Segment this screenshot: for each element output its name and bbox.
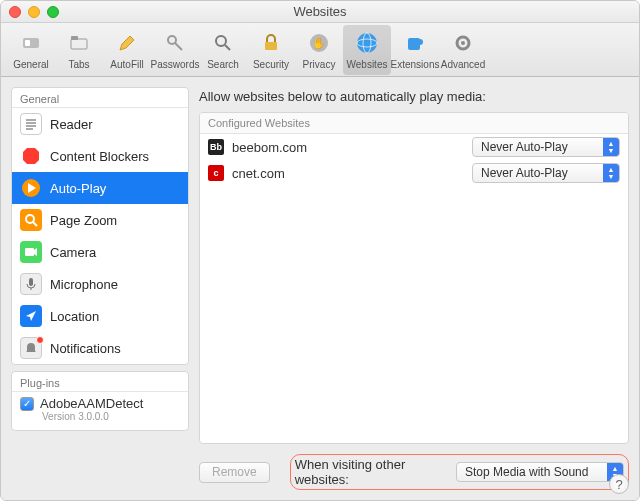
website-list: Bb beebom.com Never Auto-Play ▲▼ c cnet.…: [200, 134, 628, 443]
svg-rect-1: [25, 40, 30, 46]
globe-icon: [353, 29, 381, 57]
bottom-bar: Remove When visiting other websites: Sto…: [199, 454, 629, 490]
sidebar-item-content-blockers[interactable]: Content Blockers: [12, 140, 188, 172]
sidebar-group-title: Plug-ins: [12, 372, 188, 392]
sidebar-item-microphone[interactable]: Microphone: [12, 268, 188, 300]
svg-line-27: [33, 222, 37, 226]
svg-text:✋: ✋: [312, 36, 326, 50]
svg-rect-30: [29, 278, 33, 286]
minimize-window-button[interactable]: [28, 6, 40, 18]
tab-privacy[interactable]: ✋ Privacy: [295, 25, 343, 75]
plugin-enabled-checkbox[interactable]: ✓: [20, 397, 34, 411]
svg-marker-29: [34, 248, 37, 256]
chevron-updown-icon: ▲▼: [603, 138, 619, 156]
autoplay-setting-select[interactable]: Never Auto-Play ▲▼: [472, 137, 620, 157]
svg-point-7: [216, 36, 226, 46]
chevron-updown-icon: ▲▼: [603, 164, 619, 182]
website-domain: cnet.com: [232, 166, 464, 181]
reader-icon: [20, 113, 42, 135]
play-icon: [20, 177, 42, 199]
sidebar-group-plugins: Plug-ins ✓ AdobeAAMDetect Version 3.0.0.…: [11, 371, 189, 431]
highlighted-option: When visiting other websites: Stop Media…: [290, 454, 629, 490]
svg-rect-9: [265, 42, 277, 50]
search-icon: [209, 29, 237, 57]
svg-marker-23: [23, 148, 39, 164]
other-websites-label: When visiting other websites:: [295, 457, 450, 487]
sidebar-item-notifications[interactable]: Notifications: [12, 332, 188, 364]
svg-marker-4: [120, 36, 134, 50]
box-header: Configured Websites: [200, 113, 628, 134]
other-websites-select[interactable]: Stop Media with Sound ▲▼: [456, 462, 624, 482]
plugin-label: AdobeAAMDetect: [40, 396, 143, 411]
sidebar-item-reader[interactable]: Reader: [12, 108, 188, 140]
remove-button[interactable]: Remove: [199, 462, 270, 483]
plugin-version: Version 3.0.0.0: [20, 411, 180, 422]
preferences-toolbar: General Tabs AutoFill Passwords Search S…: [1, 23, 639, 77]
svg-rect-3: [71, 36, 78, 40]
sidebar-item-auto-play[interactable]: Auto-Play: [12, 172, 188, 204]
hand-icon: ✋: [305, 29, 333, 57]
lock-icon: [257, 29, 285, 57]
table-row[interactable]: Bb beebom.com Never Auto-Play ▲▼: [200, 134, 628, 160]
tab-websites[interactable]: Websites: [343, 25, 391, 75]
sidebar-group-general: General Reader Content Blockers Auto-Pla…: [11, 87, 189, 365]
zoom-icon: [20, 209, 42, 231]
tab-general[interactable]: General: [7, 25, 55, 75]
content-area: General Reader Content Blockers Auto-Pla…: [1, 77, 639, 500]
notification-badge: [36, 336, 44, 344]
svg-point-26: [26, 215, 34, 223]
window-title: Websites: [1, 4, 639, 19]
microphone-icon: [20, 273, 42, 295]
svg-point-18: [461, 41, 465, 45]
preferences-window: Websites General Tabs AutoFill Passwords…: [0, 0, 640, 501]
svg-line-8: [225, 45, 230, 50]
autoplay-setting-select[interactable]: Never Auto-Play ▲▼: [472, 163, 620, 183]
sidebar-item-page-zoom[interactable]: Page Zoom: [12, 204, 188, 236]
instruction-text: Allow websites below to automatically pl…: [199, 89, 629, 104]
puzzle-icon: [401, 29, 429, 57]
switch-icon: [17, 29, 45, 57]
tab-autofill[interactable]: AutoFill: [103, 25, 151, 75]
camera-icon: [20, 241, 42, 263]
tab-advanced[interactable]: Advanced: [439, 25, 487, 75]
pencil-icon: [113, 29, 141, 57]
titlebar: Websites: [1, 1, 639, 23]
svg-point-16: [417, 39, 423, 45]
website-domain: beebom.com: [232, 140, 464, 155]
sidebar-group-title: General: [12, 88, 188, 108]
tab-tabs[interactable]: Tabs: [55, 25, 103, 75]
tabs-icon: [65, 29, 93, 57]
tab-security[interactable]: Security: [247, 25, 295, 75]
svg-line-6: [175, 43, 182, 50]
help-button[interactable]: ?: [609, 474, 629, 494]
window-controls: [9, 6, 59, 18]
svg-marker-32: [26, 311, 36, 321]
key-icon: [161, 29, 189, 57]
svg-rect-28: [25, 248, 34, 256]
sidebar-item-camera[interactable]: Camera: [12, 236, 188, 268]
tab-search[interactable]: Search: [199, 25, 247, 75]
plugin-item[interactable]: ✓ AdobeAAMDetect Version 3.0.0.0: [12, 392, 188, 430]
svg-point-12: [357, 33, 377, 53]
sidebar: General Reader Content Blockers Auto-Pla…: [11, 87, 189, 490]
sidebar-item-location[interactable]: Location: [12, 300, 188, 332]
configured-websites-box: Configured Websites Bb beebom.com Never …: [199, 112, 629, 444]
favicon-icon: Bb: [208, 139, 224, 155]
main-panel: Allow websites below to automatically pl…: [199, 87, 629, 490]
zoom-window-button[interactable]: [47, 6, 59, 18]
svg-point-5: [168, 36, 176, 44]
close-window-button[interactable]: [9, 6, 21, 18]
table-row[interactable]: c cnet.com Never Auto-Play ▲▼: [200, 160, 628, 186]
stop-icon: [20, 145, 42, 167]
tab-passwords[interactable]: Passwords: [151, 25, 199, 75]
svg-rect-2: [71, 39, 87, 49]
location-icon: [20, 305, 42, 327]
tab-extensions[interactable]: Extensions: [391, 25, 439, 75]
gear-icon: [449, 29, 477, 57]
favicon-icon: c: [208, 165, 224, 181]
